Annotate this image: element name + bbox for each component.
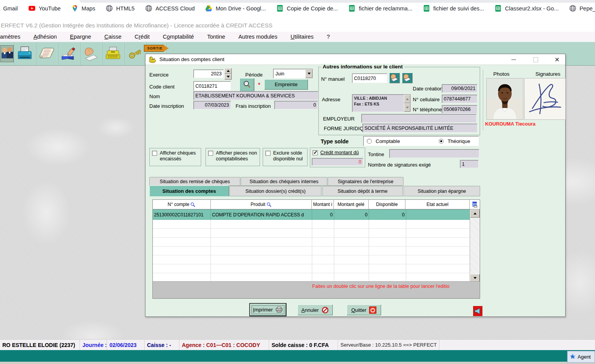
menu-item[interactable]: Crédit [135,34,150,40]
column-header[interactable]: Disponible [369,200,406,209]
column-search-icon[interactable] [267,202,272,207]
toolbar-button-hand-paper-icon[interactable] [80,42,102,65]
table-cell [211,238,312,246]
table-grid-icon[interactable] [470,200,480,209]
table-row-empty[interactable] [153,238,480,247]
cellulaire-field[interactable]: 0787448677 [442,95,477,103]
filter-cheques-encaisses: Afficher chèques encaissés [149,148,201,166]
menu-item[interactable]: Utilitaires [291,34,314,40]
table-row-empty[interactable] [153,220,480,229]
nom-field[interactable]: ETABLISSEMENT KOUROUMA & SERVICES [193,91,318,100]
radio-comptable[interactable] [367,139,372,144]
stepper-down-icon[interactable] [224,74,232,80]
toolbar-button-key-icon[interactable] [124,42,146,65]
checkbox[interactable] [265,151,270,156]
menu-item[interactable]: amètres [0,34,20,40]
tab-situation-dossier-s-cr-dit-s-[interactable]: Situation dossier(s) crédit(s) [229,186,321,196]
tab-situation-d-p-t-terme[interactable]: Situation dépôt à terme [322,186,403,196]
date-creation-field[interactable]: 09/06/2021 [442,84,477,93]
signatures-exige-field[interactable]: 1 [460,160,479,168]
tab-situation-plan-pargne[interactable]: Situation plan épargne [404,186,480,196]
dialog-titlebar[interactable]: Situation des comptes client ✕ [145,54,565,65]
scroll-up-icon[interactable] [470,209,480,218]
bookmark-item[interactable]: fichier de suivi des... [423,5,484,12]
menu-item[interactable]: Autres modules [238,34,277,40]
table-row-empty[interactable] [153,264,480,273]
employeur-field[interactable] [361,114,477,123]
column-search-icon[interactable] [190,202,195,207]
toolbar-button-register-icon[interactable] [58,42,80,65]
date-inscription-field[interactable]: 07/03/2023 [193,101,231,109]
column-header[interactable]: Montant i [312,200,334,209]
imprimer-button[interactable]: Imprimer [250,304,286,316]
exercice-field[interactable]: 2023 [193,70,224,78]
menu-item[interactable]: ? [327,34,330,40]
bookmark-item[interactable]: ACCESS Cloud [145,5,195,12]
table-row-empty[interactable] [153,247,480,255]
telephone-field[interactable]: 0506970266 [442,105,477,114]
tontine-field[interactable] [389,149,479,158]
toolbar-button-clients-icon[interactable] [0,42,14,65]
menu-item[interactable]: Comptabilité [163,34,194,40]
minimize-icon[interactable] [510,55,518,64]
menu-item[interactable]: Caisse [104,34,121,40]
toolbar-button-printer-icon[interactable] [14,42,36,65]
column-header[interactable]: N° compte [153,200,211,209]
n-manuel-field[interactable]: C0118270 [352,73,387,83]
bookmark-item[interactable]: HTML5 [106,5,135,12]
adresse-down-icon[interactable] [404,103,410,112]
table-row-empty[interactable] [153,273,480,282]
hand-doc-button-2[interactable] [402,73,412,83]
bookmark-item[interactable]: Copie de Copie de... [276,5,338,12]
table-row-empty[interactable] [153,255,480,264]
tab-situation-des-remise-de-ch-ques[interactable]: Situation des remise de chèques [149,177,240,186]
stepper-up-icon[interactable] [224,68,232,74]
code-client-field[interactable]: C0118271 [193,81,231,91]
menu-item[interactable]: Adhésion [33,34,56,40]
bookmark-item[interactable]: Mon Drive - Googl... [205,5,266,12]
scroll-down-icon[interactable] [470,274,480,282]
bookmark-item[interactable]: Gmail [3,5,18,12]
bookmark-item[interactable]: Classeur2.xlsx - Go... [494,5,559,12]
bookmark-item[interactable]: Pepe_2007 [569,5,595,12]
toolbar-button-scroll-icon[interactable] [36,42,58,65]
hand-doc-button-1[interactable] [389,73,400,83]
forme-juridique-field[interactable]: SOCIÉTÉ À RESPONSABILITÉ LIMITÉE [362,124,477,133]
column-header[interactable]: Montant gelé [334,200,369,209]
table-scrollbar[interactable] [470,209,480,282]
frais-inscription-field[interactable]: 0 [274,101,318,109]
tab-signataires-de-l-entreprise[interactable]: Signataires de l'entreprise [328,177,404,186]
column-header[interactable]: Produit [211,200,312,209]
type-solde-panel: Comptable Théorique [363,136,479,146]
maximize-icon[interactable] [531,55,540,64]
close-icon[interactable]: ✕ [553,55,561,64]
bookmark-item[interactable]: fichier de reclamma... [348,5,412,12]
dropdown-arrow-icon[interactable] [305,69,313,78]
bookmark-item[interactable]: Maps [71,5,95,12]
checkbox[interactable] [208,151,213,156]
search-button[interactable] [239,78,254,92]
checkbox[interactable] [152,151,157,156]
tab-situation-des-ch-quiers-internes[interactable]: Situation des chéquiers internes [241,177,327,186]
adresse-listbox[interactable]: VILLE : ABIDJANFax : ETS KS [352,94,411,112]
credit-montant-du-field[interactable]: 0 [312,158,363,166]
menu-item[interactable]: Epargne [70,34,91,40]
quitter-button[interactable]: Quitter [347,304,381,315]
column-header[interactable]: Etat actuel [405,200,470,209]
table-row-empty[interactable] [153,229,480,238]
annuler-button[interactable]: Annuler [298,304,333,315]
agent-taskbar-button[interactable]: Agent [567,351,595,363]
checkbox[interactable] [313,150,318,155]
speaker-icon[interactable] [473,306,482,316]
radio-theorique[interactable] [439,139,444,144]
bookmark-item[interactable]: YouTube [28,5,61,12]
adresse-up-icon[interactable] [404,95,410,103]
menu-item[interactable]: Tontine [207,34,225,40]
table-row-selected[interactable]: 251300002C011827101COMPTE D'OPERATION RA… [153,209,480,220]
toolbar-button-typewriter-icon[interactable] [102,42,124,65]
periode-select[interactable]: Juin [273,69,313,78]
empreinte-button[interactable]: Empreinte [264,79,308,90]
tab-situation-des-comptes[interactable]: Situation des comptes [149,185,229,196]
table-cell [406,273,470,282]
exercice-stepper[interactable] [224,68,232,80]
